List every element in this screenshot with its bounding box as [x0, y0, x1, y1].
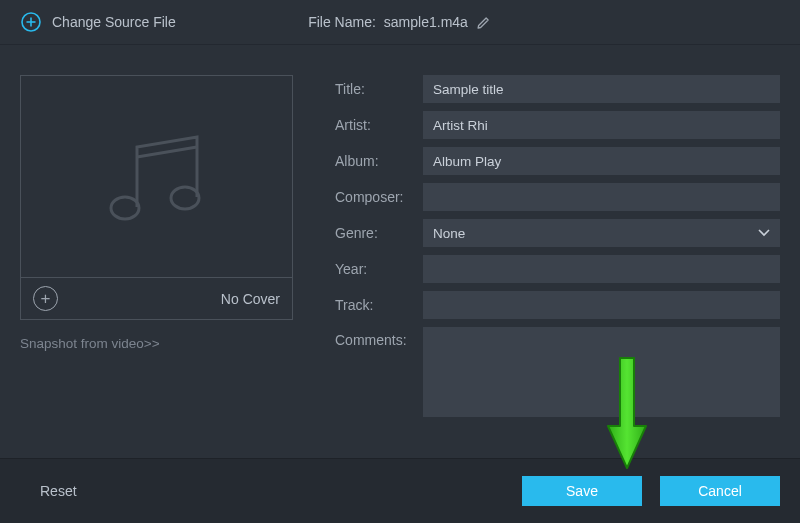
comments-label: Comments: — [335, 327, 413, 348]
genre-select[interactable]: None — [423, 219, 780, 247]
cover-art-placeholder — [21, 76, 292, 277]
composer-row: Composer: — [335, 183, 780, 211]
title-input[interactable] — [423, 75, 780, 103]
metadata-form: Title: Artist: Album: Composer: Genre: N… — [335, 75, 780, 417]
bottom-bar: Reset Save Cancel — [0, 458, 800, 523]
artist-label: Artist: — [335, 117, 413, 133]
no-cover-label: No Cover — [221, 291, 280, 307]
title-row: Title: — [335, 75, 780, 103]
music-note-icon — [92, 112, 222, 242]
plus-circle-icon — [20, 11, 42, 33]
year-input[interactable] — [423, 255, 780, 283]
genre-label: Genre: — [335, 225, 413, 241]
cancel-button[interactable]: Cancel — [660, 476, 780, 506]
year-label: Year: — [335, 261, 413, 277]
reset-button[interactable]: Reset — [40, 483, 77, 499]
track-row: Track: — [335, 291, 780, 319]
composer-input[interactable] — [423, 183, 780, 211]
cover-column: + No Cover Snapshot from video>> — [20, 75, 295, 417]
genre-row: Genre: None — [335, 219, 780, 247]
save-button[interactable]: Save — [522, 476, 642, 506]
year-row: Year: — [335, 255, 780, 283]
snapshot-from-video-link[interactable]: Snapshot from video>> — [20, 336, 160, 351]
add-cover-button[interactable]: + — [33, 286, 58, 311]
svg-point-4 — [171, 187, 199, 209]
title-label: Title: — [335, 81, 413, 97]
svg-point-3 — [111, 197, 139, 219]
track-label: Track: — [335, 297, 413, 313]
change-source-file-button[interactable]: Change Source File — [20, 11, 176, 33]
composer-label: Composer: — [335, 189, 413, 205]
edit-icon[interactable] — [476, 14, 492, 30]
cover-art-box: + No Cover — [20, 75, 293, 320]
file-name-label: File Name: — [308, 14, 376, 30]
artist-row: Artist: — [335, 111, 780, 139]
comments-input[interactable] — [423, 327, 780, 417]
file-name-value: sample1.m4a — [384, 14, 468, 30]
change-source-file-label: Change Source File — [52, 14, 176, 30]
album-row: Album: — [335, 147, 780, 175]
track-input[interactable] — [423, 291, 780, 319]
top-bar: Change Source File File Name: sample1.m4… — [0, 0, 800, 45]
genre-value: None — [433, 226, 465, 241]
comments-row: Comments: — [335, 327, 780, 417]
chevron-down-icon — [758, 229, 770, 237]
album-label: Album: — [335, 153, 413, 169]
file-name-display: File Name: sample1.m4a — [308, 14, 492, 30]
album-input[interactable] — [423, 147, 780, 175]
cover-footer: + No Cover — [21, 277, 292, 319]
content-area: + No Cover Snapshot from video>> Title: … — [0, 45, 800, 417]
artist-input[interactable] — [423, 111, 780, 139]
